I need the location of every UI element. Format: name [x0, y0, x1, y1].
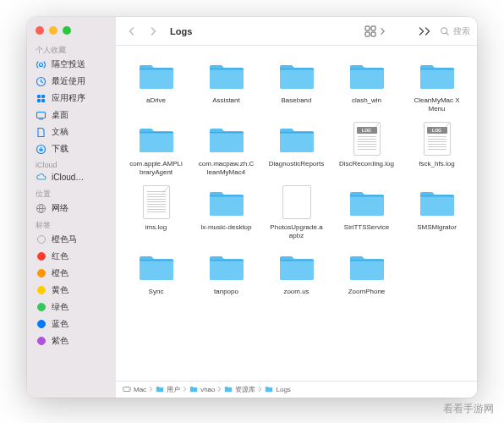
folder-icon [265, 385, 273, 395]
sidebar-item[interactable]: 网络 [27, 200, 116, 217]
file-name-label: CleanMyMac X Menu [408, 95, 467, 114]
window-controls [27, 17, 116, 41]
sidebar-item[interactable]: 文稿 [27, 124, 116, 140]
path-segment[interactable]: Logs [265, 385, 290, 395]
file-item[interactable]: PhotosUpgrade.aapbz [261, 181, 331, 243]
file-name-label: clash_win [350, 95, 383, 112]
sidebar-item[interactable]: 橙色 [27, 265, 116, 282]
sidebar-item[interactable]: 应用程序 [27, 90, 116, 107]
watermark-text: 看看手游网 [443, 402, 494, 416]
path-segment[interactable]: vhao [189, 385, 215, 395]
path-segment[interactable]: Mac [123, 385, 146, 395]
file-name-label: Assistant [211, 95, 241, 112]
svg-point-9 [40, 63, 43, 66]
chevron-right-icon [217, 386, 222, 394]
search-placeholder: 搜索 [453, 25, 470, 37]
folder-icon [134, 56, 179, 95]
file-item[interactable]: DiagnosticReports [261, 118, 331, 179]
file-item[interactable]: SiriTTSService [331, 181, 402, 243]
chevron-right-icon [258, 386, 262, 394]
folder-icon [134, 119, 179, 158]
file-name-label: aDrive [145, 95, 167, 112]
close-button[interactable] [36, 26, 44, 35]
back-button[interactable] [123, 23, 140, 40]
sidebar-item-label: 橙色马 [52, 233, 77, 245]
file-item[interactable]: aDrive [121, 54, 191, 116]
sidebar-item[interactable]: 桌面 [27, 107, 116, 124]
sidebar-item-label: iCloud… [52, 173, 84, 182]
tag-icon [36, 336, 47, 347]
main-pane: Logs 搜索 aDriveAssistantBasebandclash_win… [116, 17, 477, 398]
folder-icon [344, 56, 390, 95]
file-item[interactable]: LOGfsck_hfs.log [402, 118, 472, 179]
svg-rect-15 [37, 112, 46, 118]
sidebar-item-label: 橙色 [52, 267, 68, 279]
finder-window: 个人收藏隔空投送最近使用应用程序桌面文稿下载iCloudiCloud…位置网络标… [27, 17, 477, 398]
sidebar-item-label: 网络 [52, 202, 68, 214]
sidebar-item-label: 蓝色 [52, 318, 68, 330]
forward-button[interactable] [145, 23, 162, 40]
file-item[interactable]: zoom.us [261, 245, 331, 305]
file-item[interactable]: ZoomPhone [331, 245, 402, 305]
globe-icon [36, 203, 47, 214]
chevron-right-icon [183, 386, 187, 394]
svg-rect-11 [37, 95, 41, 98]
file-item[interactable]: Assistant [191, 54, 261, 116]
file-item[interactable]: CleanMyMac X Menu [402, 54, 472, 116]
file-item[interactable]: lx-music-desktop [191, 181, 261, 243]
file-item[interactable]: clash_win [331, 54, 402, 116]
file-item[interactable]: LOGDiscRecording.log [331, 118, 402, 179]
file-grid-area[interactable]: aDriveAssistantBasebandclash_winCleanMyM… [116, 46, 477, 381]
minimize-button[interactable] [49, 26, 58, 35]
file-name-label: PhotosUpgrade.aapbz [267, 222, 326, 241]
disk-icon [123, 385, 131, 395]
folder-icon [274, 247, 320, 286]
path-bar[interactable]: Mac用户vhao资源库Logs [116, 381, 477, 398]
file-item[interactable]: com.macpaw.zh.CleanMyMac4 [191, 118, 261, 179]
file-name-label: SiriTTSService [342, 222, 391, 239]
window-title: Logs [170, 26, 192, 36]
path-segment[interactable]: 用户 [156, 385, 180, 395]
more-actions-button[interactable] [414, 26, 435, 36]
zoom-button[interactable] [63, 26, 71, 35]
sidebar-section-header: 位置 [27, 185, 116, 200]
sidebar-item-label: 红色 [52, 250, 68, 262]
folder-icon [274, 56, 320, 95]
sidebar-item[interactable]: 紫色 [27, 332, 116, 349]
file-item[interactable]: ims.log [121, 181, 191, 243]
file-name-label: DiagnosticReports [267, 158, 326, 175]
sidebar-item[interactable]: 蓝色 [27, 316, 116, 332]
search-field[interactable]: 搜索 [440, 25, 470, 37]
file-item[interactable]: Baseband [261, 54, 331, 116]
sidebar-item[interactable]: 隔空投送 [27, 56, 116, 73]
search-icon [440, 26, 450, 36]
sidebar-section-header: 标签 [27, 217, 116, 231]
sidebar-item[interactable]: 下载 [27, 140, 116, 157]
file-item[interactable]: Sync [121, 245, 191, 305]
folder-icon [134, 247, 179, 286]
file-name-label: com.macpaw.zh.CleanMyMac4 [197, 158, 256, 178]
file-item[interactable]: com.apple.AMPLibraryAgent [121, 118, 191, 179]
folder-icon [204, 56, 249, 95]
chevron-right-icon [149, 386, 153, 394]
sidebar-item[interactable]: 最近使用 [27, 73, 116, 90]
sidebar-item[interactable]: iCloud… [27, 169, 116, 185]
sidebar-item-label: 黄色 [52, 284, 68, 296]
airdrop-icon [36, 59, 47, 70]
file-name-label: ZoomPhone [347, 286, 387, 303]
file-name-label: Baseband [279, 95, 313, 112]
sidebar-item-label: 应用程序 [52, 92, 85, 104]
file-item[interactable]: tanpopo [191, 245, 261, 305]
folder-icon [274, 119, 320, 158]
sidebar-item-label: 下载 [52, 143, 68, 155]
sidebar-item[interactable]: 红色 [27, 248, 116, 265]
file-name-label: ims.log [144, 222, 168, 239]
sidebar-item[interactable]: 橙色马 [27, 231, 116, 248]
sidebar-item[interactable]: 绿色 [27, 299, 116, 316]
view-mode-icon-grid[interactable] [361, 25, 389, 37]
folder-icon [204, 119, 249, 158]
file-item[interactable]: SMSMigrator [402, 181, 472, 243]
path-segment[interactable]: 资源库 [224, 385, 255, 395]
sidebar-item[interactable]: 黄色 [27, 282, 116, 299]
svg-rect-14 [41, 99, 45, 102]
